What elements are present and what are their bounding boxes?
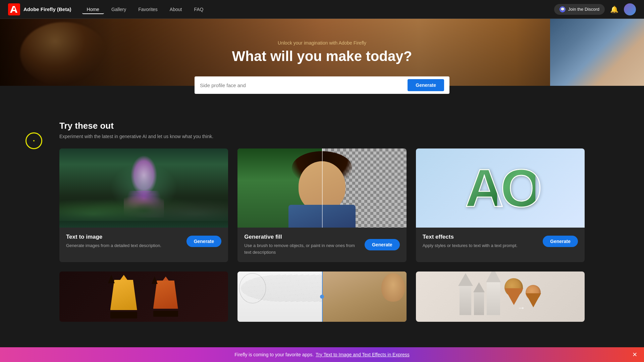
- avatar[interactable]: [624, 3, 636, 15]
- card-image-fantasy: [59, 148, 228, 228]
- webcam-feed: [550, 19, 644, 86]
- search-container: Generate: [0, 76, 644, 94]
- hero-text: Unlock your imagination with Adobe Firef…: [232, 40, 412, 64]
- banner-text: Firefly is coming to your favorite apps.: [234, 352, 314, 357]
- fantasy-image: [59, 148, 228, 228]
- card-info-2: Generative fill Use a brush to remove ob…: [244, 234, 361, 255]
- card-text-effects[interactable]: A O Text effects Apply styles or texture…: [416, 148, 585, 262]
- section-subtitle: Experiment with the latest in generative…: [59, 134, 585, 139]
- card-desc-2: Use a brush to remove objects, or paint …: [244, 242, 361, 255]
- banner-link[interactable]: Try Text to Image and Text Effects in Ex…: [316, 352, 410, 357]
- sketch-image: [237, 272, 406, 322]
- sketch-right: [322, 272, 407, 322]
- card-image-textfx: A O: [416, 148, 585, 228]
- hero-section: Unlock your imagination with Adobe Firef…: [0, 19, 644, 86]
- card-generate-button-3[interactable]: Generate: [543, 236, 578, 247]
- hero-subtitle: Unlock your imagination with Adobe Firef…: [232, 40, 412, 46]
- card-image-genfill: [237, 148, 406, 228]
- nav-favorites[interactable]: Favorites: [133, 5, 162, 14]
- card-body-3: Text effects Apply styles or textures to…: [416, 228, 585, 256]
- nav-faq[interactable]: FAQ: [189, 5, 208, 14]
- adobe-logo-icon: [8, 3, 20, 15]
- card-body: Text to image Generate images from a det…: [59, 228, 228, 256]
- card-desc: Generate images from a detailed text des…: [66, 242, 182, 249]
- card-fox[interactable]: [59, 272, 228, 322]
- card-title-3: Text effects: [423, 234, 539, 240]
- cards-grid: Text to image Generate images from a det…: [59, 148, 585, 262]
- letter-a: A: [465, 161, 497, 215]
- search-bar: Generate: [195, 76, 449, 94]
- card-info: Text to image Generate images from a det…: [66, 234, 182, 249]
- main-generate-button[interactable]: Generate: [408, 79, 444, 91]
- card-info-3: Text effects Apply styles or textures to…: [423, 234, 539, 249]
- card-desc-3: Apply styles or textures to text with a …: [423, 242, 539, 249]
- card-title-2: Generative fill: [244, 234, 361, 240]
- card-castle[interactable]: [416, 272, 585, 322]
- card-generate-button-1[interactable]: Generate: [186, 236, 222, 247]
- nav-right: 💬 Join the Discord 🔔: [554, 3, 636, 15]
- nav-about[interactable]: About: [165, 5, 187, 14]
- textfx-image: A O: [416, 148, 585, 228]
- card-body-2: Generative fill Use a brush to remove ob…: [237, 228, 406, 262]
- letter-o: O: [500, 161, 535, 215]
- castle-image: [416, 272, 585, 322]
- arrow-right-icon[interactable]: →: [517, 303, 525, 312]
- svg-rect-0: [8, 3, 20, 15]
- card-text-to-image[interactable]: Text to image Generate images from a det…: [59, 148, 228, 262]
- logo-text: Adobe Firefly (Beta): [23, 6, 71, 12]
- card-generate-button-2[interactable]: Generate: [365, 239, 400, 250]
- sketch-left: [237, 272, 322, 322]
- textfx-letters: A O: [465, 161, 535, 215]
- logo[interactable]: Adobe Firefly (Beta): [8, 3, 71, 15]
- hero-title: What will you make today?: [232, 48, 412, 64]
- nav-gallery[interactable]: Gallery: [107, 5, 131, 14]
- search-input[interactable]: [200, 82, 404, 88]
- card-title: Text to image: [66, 234, 182, 240]
- video-overlay: [550, 19, 644, 86]
- bottom-banner: Firefly is coming to your favorite apps.…: [0, 347, 644, 362]
- discord-icon: 💬: [559, 6, 566, 12]
- card-generative-fill[interactable]: Generative fill Use a brush to remove ob…: [237, 148, 406, 262]
- notification-icon[interactable]: 🔔: [610, 5, 619, 13]
- nav-links: Home Gallery Favorites About FAQ: [82, 5, 554, 14]
- main-content: Try these out Experiment with the latest…: [0, 107, 644, 335]
- join-discord-button[interactable]: 💬 Join the Discord: [554, 4, 605, 15]
- fox-image: [59, 272, 228, 322]
- genfill-image: [237, 148, 406, 228]
- banner-close-icon[interactable]: ✕: [632, 351, 637, 358]
- nav-home[interactable]: Home: [82, 5, 104, 14]
- navbar: Adobe Firefly (Beta) Home Gallery Favori…: [0, 0, 644, 19]
- cards-grid-bottom: →: [59, 272, 585, 322]
- section-title: Try these out: [59, 121, 585, 131]
- card-sketch[interactable]: [237, 272, 406, 322]
